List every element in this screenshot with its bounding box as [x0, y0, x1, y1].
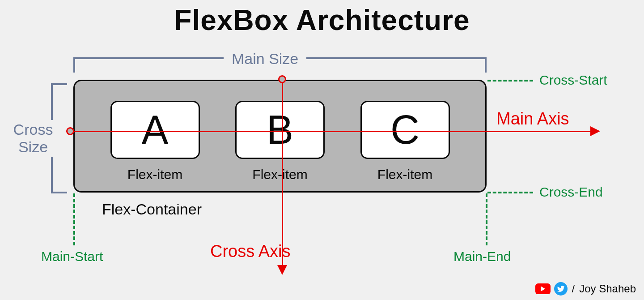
- main-size-label: Main Size: [224, 48, 306, 69]
- main-start-label: Main-Start: [41, 249, 103, 264]
- main-axis-arrowhead-icon: [590, 126, 600, 136]
- cross-axis-line: [282, 76, 283, 269]
- main-start-dash: [73, 193, 75, 245]
- cross-axis-arrowhead-icon: [277, 265, 287, 275]
- flex-item-wrapper: C Flex-item: [360, 101, 450, 182]
- flex-item-c: C: [360, 101, 450, 159]
- flex-item-caption: Flex-item: [377, 167, 432, 182]
- diagram-title: FlexBox Architecture: [0, 4, 644, 37]
- cross-axis-label: Cross Axis: [210, 242, 290, 261]
- twitter-icon[interactable]: [554, 282, 568, 296]
- main-end-label: Main-End: [453, 249, 511, 264]
- cross-start-dash: [487, 80, 533, 81]
- main-axis-label: Main Axis: [496, 109, 569, 129]
- youtube-icon[interactable]: [535, 283, 551, 294]
- flex-item-letter: A: [141, 110, 168, 150]
- flex-item-b: B: [235, 101, 325, 159]
- flex-item-wrapper: A Flex-item: [110, 101, 200, 182]
- credit-block: / Joy Shaheb: [535, 282, 636, 296]
- diagram-stage: FlexBox Architecture Main Size CrossSize…: [0, 0, 644, 300]
- flex-container: A Flex-item B Flex-item C Flex-item: [73, 80, 487, 193]
- flex-container-label: Flex-Container: [102, 201, 202, 218]
- cross-size-label: CrossSize: [5, 120, 61, 157]
- flex-item-letter: B: [267, 110, 293, 150]
- flex-item-letter: C: [390, 110, 419, 150]
- cross-start-label: Cross-Start: [539, 73, 607, 88]
- flex-item-wrapper: B Flex-item: [235, 101, 325, 182]
- main-axis-origin-icon: [66, 127, 74, 135]
- flex-item-a: A: [110, 101, 200, 159]
- credit-name: Joy Shaheb: [579, 283, 636, 295]
- credit-separator: /: [572, 283, 575, 295]
- cross-axis-origin-icon: [278, 75, 286, 83]
- twitter-bird-icon: [557, 285, 565, 293]
- cross-end-dash: [487, 192, 533, 193]
- cross-end-label: Cross-End: [539, 184, 603, 200]
- main-axis-line: [66, 131, 594, 132]
- flex-item-caption: Flex-item: [252, 167, 307, 182]
- main-end-dash: [486, 193, 487, 245]
- flex-item-caption: Flex-item: [127, 167, 182, 182]
